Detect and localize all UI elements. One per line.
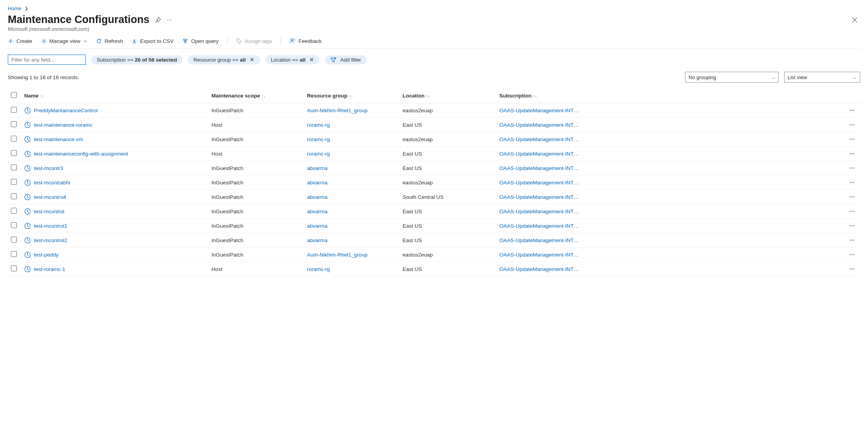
column-header-name[interactable]: Name↑↓: [21, 88, 208, 103]
resource-group-link[interactable]: abvarma: [307, 237, 328, 243]
gear-icon: [41, 38, 47, 44]
row-more-icon[interactable]: ⋯: [849, 252, 855, 258]
row-checkbox[interactable]: [11, 237, 17, 243]
subscription-link[interactable]: OAAS-UpdateManagement-INT…: [499, 108, 843, 113]
location-cell: East US: [399, 161, 496, 175]
close-icon[interactable]: [849, 14, 860, 25]
column-header-scope[interactable]: Maintenance scope↑↓: [208, 88, 304, 103]
refresh-button[interactable]: Refresh: [96, 38, 123, 44]
row-more-icon[interactable]: ⋯: [849, 108, 855, 113]
row-more-icon[interactable]: ⋯: [849, 209, 855, 214]
column-header-location[interactable]: Location↑↓: [399, 88, 496, 103]
resource-group-link[interactable]: Aum-Nikhim-Rhel1_group: [307, 252, 367, 258]
maintenance-scope-cell: InGuestPatch: [208, 103, 304, 118]
maintenance-config-icon: [24, 122, 31, 128]
resource-name-link[interactable]: test-maintenance-vm: [34, 136, 83, 142]
filter-pill-resource-group[interactable]: Resource group == all ✕: [188, 55, 260, 64]
feedback-icon: [289, 38, 296, 44]
row-more-icon[interactable]: ⋯: [849, 180, 855, 186]
resource-group-link[interactable]: abvarma: [307, 223, 328, 229]
manage-view-button[interactable]: Manage view: [41, 38, 88, 44]
row-more-icon[interactable]: ⋯: [849, 266, 855, 272]
resource-name-link[interactable]: test-roramc-1: [34, 266, 65, 272]
row-checkbox[interactable]: [11, 136, 17, 142]
subscription-link[interactable]: OAAS-UpdateManagement-INT…: [499, 194, 843, 200]
grouping-dropdown[interactable]: No grouping ⌄: [685, 72, 779, 83]
refresh-label: Refresh: [105, 38, 123, 44]
row-more-icon[interactable]: ⋯: [849, 165, 855, 171]
select-all-checkbox[interactable]: [11, 92, 17, 98]
pill-prefix: Resource group ==: [193, 57, 240, 63]
row-checkbox[interactable]: [11, 208, 17, 214]
filter-input[interactable]: [8, 55, 86, 65]
open-query-label: Open query: [191, 38, 219, 44]
subscription-link[interactable]: OAAS-UpdateManagement-INT…: [499, 209, 843, 214]
subscription-link[interactable]: OAAS-UpdateManagement-INT…: [499, 165, 843, 171]
separator: [227, 37, 227, 44]
breadcrumb-home[interactable]: Home: [8, 5, 21, 11]
row-checkbox[interactable]: [11, 121, 17, 127]
clear-filter-icon[interactable]: ✕: [309, 57, 314, 63]
create-button[interactable]: Create: [8, 38, 32, 44]
subscription-link[interactable]: OAAS-UpdateManagement-INT…: [499, 223, 843, 229]
chevron-down-icon: [83, 39, 87, 43]
resource-name-link[interactable]: test-mcontr3: [34, 165, 63, 171]
subscription-link[interactable]: OAAS-UpdateManagement-INT…: [499, 237, 843, 243]
subscription-link[interactable]: OAAS-UpdateManagement-INT…: [499, 151, 843, 157]
row-more-icon[interactable]: ⋯: [849, 151, 855, 157]
column-header-subscription[interactable]: Subscription↑↓: [496, 88, 846, 103]
export-csv-button[interactable]: Export to CSV: [131, 38, 174, 44]
subscription-link[interactable]: OAAS-UpdateManagement-INT…: [499, 122, 843, 128]
row-checkbox[interactable]: [11, 251, 17, 257]
resource-name-link[interactable]: test-maintenanceconfig-with-assignment: [34, 151, 128, 157]
more-icon[interactable]: ⋯: [167, 17, 172, 23]
resource-group-link[interactable]: abvarma: [307, 180, 328, 186]
row-checkbox[interactable]: [11, 193, 17, 199]
clear-filter-icon[interactable]: ✕: [250, 57, 254, 63]
resource-name-link[interactable]: test-mcontrol2: [34, 237, 67, 243]
row-checkbox[interactable]: [11, 266, 17, 271]
resource-name-link[interactable]: test-mcontrol1: [34, 223, 67, 229]
resource-group-link[interactable]: roramc-rg: [307, 266, 330, 272]
resource-group-link[interactable]: roramc-rg: [307, 136, 330, 142]
subscription-link[interactable]: OAAS-UpdateManagement-INT…: [499, 180, 843, 186]
open-query-button[interactable]: Open query: [182, 38, 219, 44]
filter-pill-label: Location == all: [271, 57, 305, 63]
resource-group-link[interactable]: roramc-rg: [307, 122, 330, 128]
view-dropdown[interactable]: List view ⌄: [784, 72, 860, 83]
pin-icon[interactable]: [155, 17, 161, 23]
row-more-icon[interactable]: ⋯: [849, 122, 855, 128]
resource-group-link[interactable]: abvarma: [307, 209, 328, 214]
resource-name-link[interactable]: test-peddy: [34, 252, 59, 258]
row-more-icon[interactable]: ⋯: [849, 223, 855, 229]
subscription-link[interactable]: OAAS-UpdateManagement-INT…: [499, 136, 843, 142]
filter-pill-location[interactable]: Location == all ✕: [265, 55, 320, 64]
column-header-resource-group[interactable]: Resource group↑↓: [304, 88, 399, 103]
resource-name-link[interactable]: test-mcontrabhi: [34, 180, 70, 186]
row-checkbox[interactable]: [11, 107, 17, 113]
row-checkbox[interactable]: [11, 179, 17, 185]
resource-group-link[interactable]: abvarma: [307, 194, 328, 200]
row-checkbox[interactable]: [11, 165, 17, 170]
row-more-icon[interactable]: ⋯: [849, 136, 855, 142]
assign-tags-button: Assign tags: [236, 38, 272, 44]
row-checkbox[interactable]: [11, 222, 17, 228]
resource-group-link[interactable]: roramc-rg: [307, 151, 330, 157]
row-more-icon[interactable]: ⋯: [849, 237, 855, 243]
maintenance-scope-cell: InGuestPatch: [208, 190, 304, 204]
row-checkbox[interactable]: [11, 150, 17, 156]
resource-group-link[interactable]: abvarma: [307, 165, 328, 171]
row-more-icon[interactable]: ⋯: [849, 194, 855, 200]
filter-pill-subscription[interactable]: Subscription == 26 of 56 selected: [91, 55, 183, 64]
resource-name-link[interactable]: test-mcontro4: [34, 194, 66, 200]
subscription-link[interactable]: OAAS-UpdateManagement-INT…: [499, 252, 843, 258]
pill-value: 26 of 56 selected: [135, 57, 177, 63]
resource-name-link[interactable]: test-mcontrol: [34, 209, 64, 214]
resource-name-link[interactable]: PreddyMantainanceControl: [34, 108, 98, 113]
feedback-button[interactable]: Feedback: [289, 38, 321, 44]
subscription-link[interactable]: OAAS-UpdateManagement-INT…: [499, 266, 843, 272]
add-filter-button[interactable]: Add filter: [325, 55, 366, 64]
resource-group-link[interactable]: Aum-Nikhim-Rhel1_group: [307, 108, 367, 113]
resource-name-link[interactable]: test-maintenance-roramc: [34, 122, 92, 128]
location-cell: South Central US: [399, 190, 496, 204]
